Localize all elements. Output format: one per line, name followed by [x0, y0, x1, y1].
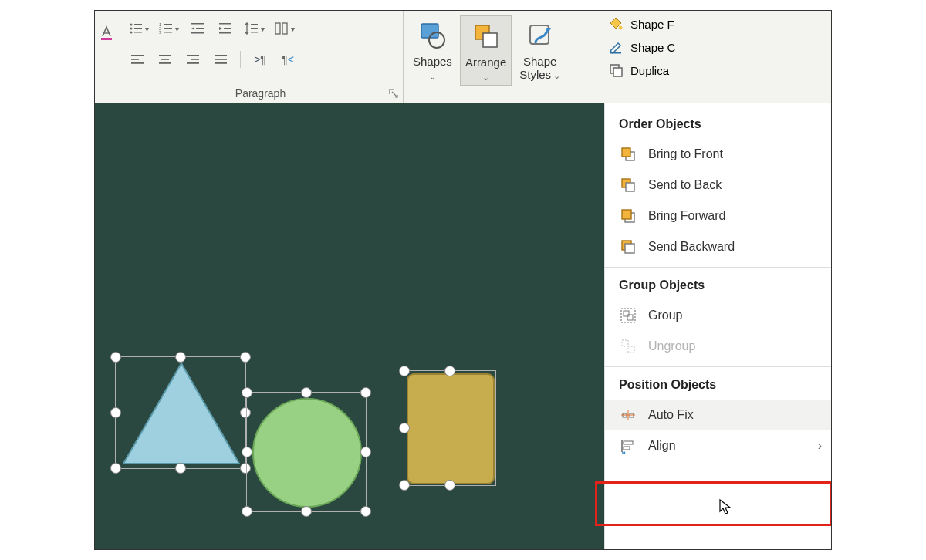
align-left-button[interactable] — [126, 48, 149, 71]
increase-indent-button[interactable] — [214, 17, 237, 40]
numbering-button[interactable]: 123 ▾ — [156, 17, 181, 40]
chevron-down-icon: ▾ — [291, 25, 295, 33]
svg-rect-19 — [251, 24, 258, 25]
send-backward-icon — [619, 238, 637, 256]
svg-rect-63 — [624, 441, 633, 444]
svg-rect-10 — [164, 28, 172, 29]
auto-fix-item[interactable]: Auto Fix — [605, 400, 832, 430]
svg-rect-6 — [134, 32, 142, 33]
chevron-down-icon: ⌄ — [482, 73, 489, 83]
auto-fix-icon — [619, 406, 637, 424]
paragraph-row-1: ▾ 123 ▾ ▾ ▾ — [126, 17, 395, 40]
bring-to-front-item[interactable]: Bring to Front — [605, 139, 832, 170]
justify-button[interactable] — [209, 48, 232, 71]
svg-text:3: 3 — [159, 30, 162, 35]
svg-rect-4 — [134, 28, 142, 29]
svg-rect-39 — [483, 33, 497, 47]
send-backward-item[interactable]: Send Backward — [605, 231, 832, 262]
group-objects-header: Group Objects — [605, 272, 832, 300]
svg-rect-42 — [610, 52, 621, 54]
rectangle-selection[interactable] — [404, 370, 496, 486]
align-label: Align — [648, 439, 676, 453]
bring-forward-label: Bring Forward — [648, 209, 725, 223]
svg-rect-21 — [251, 32, 258, 33]
dropdown-separator — [605, 267, 832, 268]
submenu-arrow-icon: › — [818, 439, 822, 453]
rtl-button[interactable]: >¶ — [248, 48, 272, 71]
ltr-button[interactable]: ¶< — [276, 48, 299, 71]
svg-rect-59 — [622, 340, 628, 346]
side-group: Shape F Shape C Duplica — [601, 11, 831, 103]
bullets-button[interactable]: ▾ — [126, 17, 151, 40]
svg-rect-2 — [134, 24, 142, 25]
svg-rect-55 — [625, 244, 634, 253]
triangle-selection[interactable] — [115, 356, 246, 469]
svg-rect-44 — [613, 68, 622, 76]
svg-point-5 — [130, 32, 133, 34]
drawing-group: Shapes ⌄ Arrange ⌄ — [404, 11, 601, 103]
svg-rect-51 — [626, 183, 634, 191]
svg-rect-47 — [407, 374, 494, 484]
svg-rect-33 — [215, 55, 227, 56]
paragraph-dialog-launcher[interactable] — [387, 87, 400, 100]
rectangle-shape[interactable] — [404, 371, 497, 487]
chevron-down-icon: ▾ — [145, 25, 149, 33]
svg-rect-25 — [131, 59, 139, 60]
svg-rect-12 — [164, 32, 172, 33]
align-item[interactable]: Align › — [605, 430, 832, 461]
line-spacing-button[interactable]: ▾ — [242, 17, 267, 40]
svg-rect-53 — [622, 210, 631, 219]
shapes-icon — [415, 19, 449, 52]
align-icon — [619, 437, 637, 455]
font-color-icon[interactable] — [98, 25, 115, 42]
ribbon-left-edge — [95, 11, 118, 103]
columns-button[interactable]: ▾ — [272, 17, 297, 40]
shape-outline-button[interactable]: Shape C — [604, 37, 828, 57]
send-to-back-item[interactable]: Send to Back — [605, 170, 832, 201]
align-right-button[interactable] — [181, 48, 204, 71]
chevron-down-icon: ▾ — [261, 25, 265, 33]
bring-forward-icon — [619, 207, 637, 225]
chevron-down-icon: ⌄ — [551, 71, 560, 80]
svg-rect-18 — [219, 32, 231, 34]
arrange-label: Arrange — [465, 56, 506, 69]
svg-rect-31 — [191, 59, 199, 60]
svg-rect-64 — [624, 447, 630, 450]
svg-rect-24 — [131, 55, 144, 56]
svg-point-41 — [619, 26, 623, 30]
circle-shape[interactable] — [247, 393, 367, 513]
shape-styles-button[interactable]: Shape Styles ⌄ — [515, 15, 565, 86]
arrange-button[interactable]: Arrange ⌄ — [460, 15, 512, 86]
paragraph-group: ▾ 123 ▾ ▾ ▾ — [118, 11, 404, 103]
shape-fill-button[interactable]: Shape F — [604, 14, 828, 34]
svg-rect-58 — [627, 315, 633, 320]
svg-rect-15 — [191, 32, 204, 34]
shapes-button[interactable]: Shapes ⌄ — [408, 15, 457, 86]
ungroup-icon — [619, 337, 637, 356]
send-to-back-label: Send to Back — [648, 178, 722, 192]
decrease-indent-button[interactable] — [186, 17, 209, 40]
group-item[interactable]: Group — [605, 300, 832, 331]
separator — [240, 51, 241, 68]
svg-rect-26 — [131, 62, 144, 64]
svg-rect-57 — [624, 311, 629, 316]
svg-rect-13 — [191, 23, 204, 25]
shape-fill-icon — [607, 15, 624, 32]
bring-forward-item[interactable]: Bring Forward — [605, 201, 832, 231]
svg-rect-27 — [159, 55, 171, 56]
duplicate-button[interactable]: Duplica — [604, 60, 828, 80]
shapes-label: Shapes — [413, 55, 452, 68]
svg-rect-49 — [622, 148, 630, 157]
circle-selection[interactable] — [246, 392, 367, 512]
align-center-button[interactable] — [154, 48, 177, 71]
triangle-shape[interactable] — [116, 357, 247, 470]
svg-rect-23 — [282, 23, 287, 34]
svg-rect-14 — [196, 28, 204, 29]
svg-point-3 — [130, 28, 133, 30]
duplicate-icon — [607, 62, 624, 79]
svg-rect-30 — [187, 55, 199, 56]
position-objects-header: Position Objects — [605, 372, 832, 400]
shape-outline-icon — [607, 39, 624, 56]
svg-marker-45 — [123, 363, 239, 464]
group-label: Group — [648, 309, 682, 322]
